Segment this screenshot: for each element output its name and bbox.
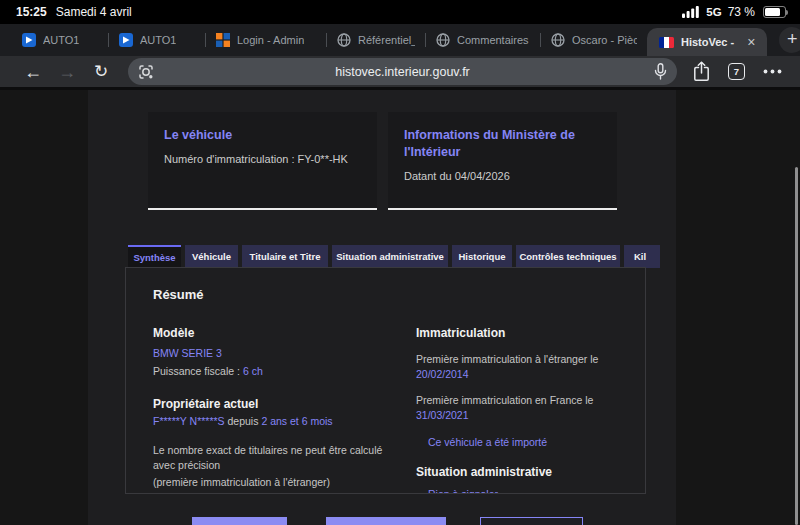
browser-tab-oscaro[interactable]: Oscaro - Pièce — [541, 24, 647, 56]
owner-duration: 2 ans et 6 mois — [261, 415, 332, 427]
ministry-card: Informations du Ministère de l'Intérieur… — [388, 112, 617, 210]
share-icon[interactable] — [693, 61, 710, 82]
signal-icon — [682, 6, 700, 18]
globe-icon — [551, 33, 565, 47]
first-registration-france-date: 31/03/2021 — [416, 409, 469, 421]
owner-note-1: Le nombre exact de titulaires ne peut êt… — [153, 443, 389, 472]
browser-tab-auto1-2[interactable]: AUTO1 — [109, 24, 205, 56]
tab-vehicule[interactable]: Véhicule — [185, 245, 238, 268]
action-button-1[interactable] — [192, 517, 287, 525]
first-registration-france-label: Première immatriculation en France le — [416, 394, 593, 406]
browser-toolbar: ← → ↻ histovec.interieur.gouv.fr 7 — [0, 56, 800, 90]
network-label: 5G — [706, 6, 721, 18]
forward-button[interactable]: → — [52, 63, 82, 81]
model-heading: Modèle — [153, 326, 389, 340]
owner-depuis: depuis — [225, 415, 262, 427]
admin-status-link[interactable]: Rien à signaler — [428, 488, 498, 494]
browser-tab-histovec-active[interactable]: HistoVec - × — [647, 28, 767, 56]
registration-number: Numéro d'immatriculation : FY-0**-HK — [164, 153, 361, 165]
browser-tab-commentaires[interactable]: Commentaires — [426, 24, 540, 56]
back-button[interactable]: ← — [18, 63, 48, 81]
fiscal-power-value: 6 ch — [243, 365, 263, 377]
battery-icon — [763, 6, 786, 18]
globe-icon — [436, 33, 450, 47]
new-tab-button[interactable]: + — [779, 27, 800, 53]
vehicle-card-title: Le véhicule — [164, 127, 361, 144]
registration-heading: Immatriculation — [416, 326, 641, 340]
synthese-panel: Résumé Modèle BMW SERIE 3 Puissance fisc… — [125, 267, 646, 494]
france-flag-icon — [659, 37, 674, 48]
browser-tab-login-admin[interactable]: Login - Admin — [206, 24, 326, 56]
ministry-card-title: Informations du Ministère de l'Intérieur — [404, 127, 601, 161]
battery-percent: 73 % — [728, 5, 755, 19]
action-button-2[interactable] — [326, 517, 446, 525]
first-registration-abroad-date: 20/02/2014 — [416, 368, 469, 380]
menu-icon[interactable] — [763, 69, 782, 74]
tab-situation-administrative[interactable]: Situation administrative — [332, 245, 448, 268]
tab-historique[interactable]: Historique — [452, 245, 512, 268]
reload-button[interactable]: ↻ — [86, 63, 116, 80]
globe-icon — [337, 33, 351, 47]
close-tab-icon[interactable]: × — [745, 34, 757, 50]
owner-note-2: (première immatriculation à l'étranger) — [153, 475, 389, 490]
fiscal-power-label: Puissance fiscale : — [153, 365, 243, 377]
admin-favicon-icon — [216, 33, 230, 47]
tab-titulaire-et-titre[interactable]: Titulaire et Titre — [242, 245, 328, 268]
clock: 15:25 — [16, 5, 47, 19]
summary-title: Résumé — [153, 287, 645, 302]
date-label: Samedi 4 avril — [56, 5, 132, 19]
tab-kilometrage[interactable]: Kil — [624, 245, 660, 268]
status-bar: 15:25 Samedi 4 avril 5G 73 % — [0, 0, 800, 24]
lens-icon[interactable] — [138, 64, 154, 80]
web-page: Le véhicule Numéro d'immatriculation : F… — [0, 90, 800, 525]
scrollbar[interactable] — [795, 167, 798, 525]
browser-tab-auto1-1[interactable]: AUTO1 — [12, 24, 108, 56]
report-tabs: Synthèse Véhicule Titulaire et Titre Sit… — [128, 245, 660, 268]
first-registration-abroad-label: Première immatriculation à l'étranger le — [416, 353, 598, 365]
owner-heading: Propriétaire actuel — [153, 397, 389, 411]
auto1-favicon-icon — [22, 33, 36, 47]
report-date: Datant du 04/04/2026 — [404, 170, 601, 182]
url-text: histovec.interieur.gouv.fr — [128, 65, 677, 79]
model-name-link[interactable]: BMW SERIE 3 — [153, 347, 222, 359]
vehicle-card: Le véhicule Numéro d'immatriculation : F… — [148, 112, 377, 210]
imported-vehicle-link[interactable]: Ce véhicule a été importé — [428, 436, 547, 448]
voice-search-icon[interactable] — [654, 63, 667, 80]
admin-situation-heading: Situation administrative — [416, 465, 641, 479]
action-button-3[interactable] — [480, 517, 583, 525]
browser-tab-referentiel[interactable]: Référentiel_VIN — [327, 24, 425, 56]
main-content: Le véhicule Numéro d'immatriculation : F… — [88, 90, 676, 525]
owner-name: F*****Y N*****S — [153, 415, 225, 427]
auto1-favicon-icon — [119, 33, 133, 47]
screen: 15:25 Samedi 4 avril 5G 73 % AUTO1 AUTO1 — [0, 0, 800, 525]
tab-switcher-button[interactable]: 7 — [728, 63, 745, 80]
address-bar[interactable]: histovec.interieur.gouv.fr — [128, 58, 677, 85]
browser-tab-strip: AUTO1 AUTO1 Login - Admin Référentiel_VI… — [0, 24, 800, 56]
tab-controles-techniques[interactable]: Contrôles techniques — [516, 245, 620, 268]
tab-synthese[interactable]: Synthèse — [128, 245, 181, 268]
